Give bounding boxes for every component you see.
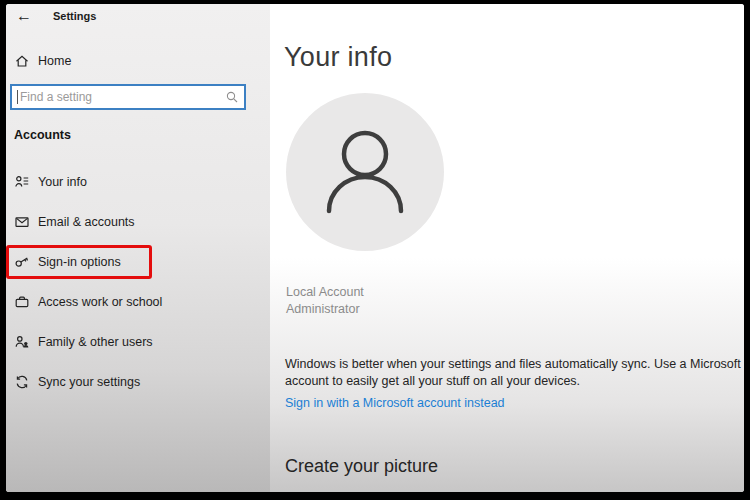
your-info-icon	[14, 174, 30, 190]
family-icon	[14, 334, 30, 350]
create-picture-heading: Create your picture	[285, 456, 438, 477]
sidebar-item-access-work-school[interactable]: Access work or school	[6, 282, 270, 322]
sidebar-item-label: Sign-in options	[38, 255, 121, 269]
sidebar: ← Settings Home Accounts	[6, 4, 270, 492]
back-icon[interactable]: ←	[14, 7, 34, 25]
sidebar-item-family-other-users[interactable]: Family & other users	[6, 322, 270, 362]
sidebar-section-heading: Accounts	[14, 128, 71, 142]
search-icon[interactable]	[225, 90, 239, 104]
sidebar-item-your-info[interactable]: Your info	[6, 162, 270, 202]
sync-description: Windows is better when your settings and…	[285, 356, 743, 390]
text-caret	[17, 90, 18, 104]
app-title: Settings	[53, 10, 96, 22]
main-content: Your info Local Account Administrator Wi…	[270, 4, 744, 492]
sidebar-item-label: Family & other users	[38, 335, 153, 349]
search-input[interactable]	[20, 90, 223, 104]
sidebar-nav: Your info Email & accounts	[6, 162, 270, 402]
sync-icon	[14, 374, 30, 390]
sidebar-item-home[interactable]: Home	[6, 46, 264, 76]
person-icon	[286, 93, 444, 251]
sidebar-item-label: Access work or school	[38, 295, 162, 309]
account-avatar	[286, 93, 444, 251]
sidebar-item-label: Your info	[38, 175, 87, 189]
sidebar-item-sync-settings[interactable]: Sync your settings	[6, 362, 270, 402]
sidebar-item-sign-in-options[interactable]: Sign-in options	[6, 242, 270, 282]
account-name: Local Account	[286, 285, 364, 299]
home-icon	[14, 53, 30, 69]
briefcase-icon	[14, 294, 30, 310]
sidebar-item-label: Home	[38, 54, 71, 68]
titlebar: ← Settings	[14, 7, 96, 25]
sidebar-item-email-accounts[interactable]: Email & accounts	[6, 202, 270, 242]
sign-in-microsoft-link[interactable]: Sign in with a Microsoft account instead	[285, 396, 505, 410]
key-icon	[14, 254, 30, 270]
email-icon	[14, 214, 30, 230]
search-box	[10, 84, 246, 110]
account-role: Administrator	[286, 302, 360, 316]
settings-window: ← Settings Home Accounts	[6, 4, 744, 492]
sidebar-item-label: Email & accounts	[38, 215, 135, 229]
sidebar-item-label: Sync your settings	[38, 375, 140, 389]
page-title: Your info	[284, 42, 392, 73]
